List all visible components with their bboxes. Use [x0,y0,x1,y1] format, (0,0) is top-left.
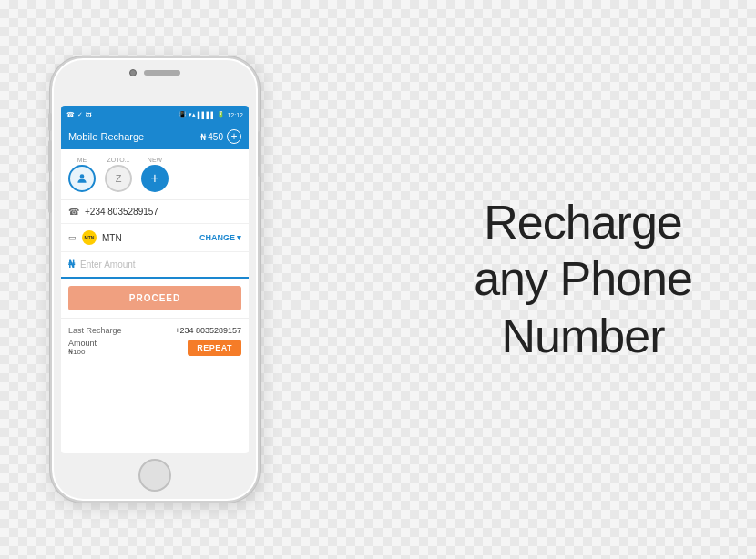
contact-new-label: NEW [148,157,162,163]
header-right: ₦ 450 + [200,129,241,144]
currency-symbol: ₦ [68,259,75,270]
tagline-text: Recharge any Phone Number [437,194,729,364]
image-icon: 🖼 [86,112,92,118]
camera-icon [129,69,137,76]
signal-icon: ▌▌▌▌ [198,112,216,118]
status-bar: ☎ ✓ 🖼 📳 ▾▴ ▌▌▌▌ 🔋 12:12 [61,106,249,124]
avatar-me [68,165,96,192]
network-row: ▭ MTN MTN CHANGE ▾ [61,224,249,252]
power-button [258,131,261,177]
contact-new[interactable]: NEW + [141,157,169,192]
last-recharge-number: +234 8035289157 [175,326,241,335]
amount-value: ₦100 [68,348,97,356]
amount-info: Amount ₦100 [68,339,97,356]
check-icon: ✓ [77,111,83,118]
avatar-new: + [141,165,169,192]
proceed-button[interactable]: PROCEED [68,286,241,310]
phone-status-icon: ☎ [66,111,75,118]
phone-icon: ☎ [68,207,79,217]
contact-me[interactable]: ME [68,157,96,192]
battery-icon: 🔋 [217,111,225,118]
change-button[interactable]: CHANGE ▾ [199,233,241,242]
phone: ☎ ✓ 🖼 📳 ▾▴ ▌▌▌▌ 🔋 12:12 Mobile Recharge … [50,56,260,503]
phone-number: +234 8035289157 [85,207,158,217]
phone-screen: ☎ ✓ 🖼 📳 ▾▴ ▌▌▌▌ 🔋 12:12 Mobile Recharge … [61,106,249,453]
volume-down-button [48,181,52,213]
svg-point-0 [80,174,85,178]
speaker-icon [144,70,180,76]
phone-number-row: ☎ +234 8035289157 [61,200,249,224]
status-left-icons: ☎ ✓ 🖼 [66,111,92,118]
mute-button [48,113,52,131]
add-button[interactable]: + [227,129,241,144]
amount-label: Amount [68,339,97,348]
amount-input[interactable]: Enter Amount [80,259,136,269]
last-recharge-section: Last Recharge +234 8035289157 Amount ₦10… [61,318,249,363]
status-right-icons: 📳 ▾▴ ▌▌▌▌ 🔋 12:12 [179,111,243,118]
last-recharge-label: Last Recharge [68,326,122,335]
vibrate-icon: 📳 [179,111,187,118]
app-header: Mobile Recharge ₦ 450 + [61,124,249,149]
network-name: MTN [102,233,194,243]
contact-zoto-label: ZOTO... [107,157,129,163]
amount-row: ₦ Enter Amount [61,252,249,279]
chevron-down-icon: ▾ [237,233,241,242]
app-title: Mobile Recharge [68,131,144,142]
balance-display: ₦ 450 [200,132,223,142]
contact-zoto[interactable]: ZOTO... Z [105,157,132,192]
last-amount-row: Amount ₦100 REPEAT [68,339,241,356]
avatar-zoto: Z [105,165,132,192]
mtn-badge: MTN [82,230,97,245]
time-display: 12:12 [227,112,243,118]
volume-up-button [48,140,52,172]
home-button[interactable] [138,459,171,492]
phone-shell: ☎ ✓ 🖼 📳 ▾▴ ▌▌▌▌ 🔋 12:12 Mobile Recharge … [50,56,260,503]
repeat-button[interactable]: REPEAT [188,340,241,356]
last-recharge-header: Last Recharge +234 8035289157 [68,326,241,335]
wifi-icon: ▾▴ [189,111,196,118]
right-panel: Recharge any Phone Number [437,194,729,364]
phone-top [129,69,180,76]
sim-icon: ▭ [68,233,77,242]
contact-me-label: ME [77,157,87,163]
contacts-row: ME ZOTO... Z N [61,149,249,200]
